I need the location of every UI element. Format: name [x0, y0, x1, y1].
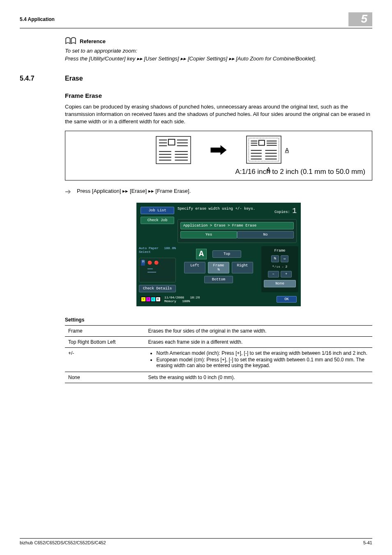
section-body: Copies can be produced by erasing shadow…: [65, 103, 372, 126]
check-details-button[interactable]: Check Details: [139, 285, 176, 292]
zoom-percent: 100.0%: [164, 246, 176, 254]
setting-bullet: European model (cm): Press [+], [-] to s…: [156, 357, 369, 368]
header-rule: [20, 28, 372, 28]
section-title: Erase: [65, 75, 83, 82]
memory-value: 100%: [182, 299, 190, 303]
svg-rect-22: [259, 140, 265, 145]
header-section: 5.4 Application: [20, 16, 55, 22]
check-job-button[interactable]: Check Job: [141, 217, 174, 224]
table-row: Top Right Bottom Left Erases each frame …: [65, 336, 372, 347]
preview-letter-icon: A: [196, 249, 207, 259]
page-footer: bizhub C652/C652DS/C552/C552DS/C452 5-41: [20, 538, 372, 545]
reference-line1: To set to an appropriate zoom:: [65, 48, 372, 54]
plus-button[interactable]: +: [281, 271, 292, 278]
setting-label: None: [65, 372, 145, 383]
toner-levels-icon: Y M C K: [141, 296, 161, 302]
diagram-box: A A A:1/16 inch to 2 inch (0.1 mm to 50.…: [65, 131, 372, 180]
toner-c: C: [151, 297, 155, 301]
svg-marker-16: [211, 145, 227, 155]
side-frame-label: Frame: [264, 249, 296, 253]
table-row: +/- North American model (inch): Press […: [65, 347, 372, 372]
memory-label: Memory: [164, 299, 176, 303]
doc-before-icon: [155, 136, 192, 164]
tab-no[interactable]: No: [237, 231, 294, 238]
diagram-caption: A:1/16 inch to 2 inch (0.1 mm to 50.0 mm…: [69, 168, 368, 176]
hint-text: Specify erase width using +/- keys.: [178, 207, 255, 215]
job-list-button[interactable]: Job List: [141, 207, 174, 214]
copies-label: Copies:: [274, 210, 290, 214]
reference-label: Reference: [80, 38, 106, 44]
arrow-right-icon: ➔: [65, 188, 71, 195]
table-row: None Sets the erasing width to 0 inch (0…: [65, 372, 372, 383]
frame-button-label: Frame: [213, 264, 224, 268]
setting-label: +/-: [65, 347, 145, 372]
arrow-right-icon: [208, 144, 229, 156]
none-button[interactable]: None: [264, 280, 296, 287]
setting-desc: North American model (inch): Press [+], …: [145, 347, 372, 372]
footer-page: 5-41: [363, 540, 372, 545]
status-date: 11/04/2008: [164, 296, 184, 299]
toner-m: M: [146, 297, 150, 301]
dim-marker-bottom: A: [267, 166, 270, 173]
setting-desc: Sets the erasing width to 0 inch (0 mm).: [145, 372, 372, 383]
auto-paper-label: Auto Paper Select: [139, 246, 164, 254]
setting-label: Top Right Bottom Left: [65, 336, 145, 347]
dim-marker-right: A: [285, 147, 289, 153]
book-icon: [65, 37, 76, 46]
range-max: 2: [286, 265, 288, 268]
frac-value: ⅜: [271, 255, 279, 262]
svg-rect-0: [156, 136, 191, 164]
ok-button[interactable]: OK: [277, 296, 297, 303]
left-button[interactable]: Left: [184, 262, 205, 273]
setting-desc: Erases the four sides of the original in…: [145, 325, 372, 336]
section-heading: 5.4.7 Erase: [20, 75, 372, 82]
status-time: 10:26: [190, 296, 200, 299]
copies-value: 1: [292, 207, 297, 215]
reference-block: Reference To set to an appropriate zoom:…: [65, 37, 372, 62]
right-button[interactable]: Right: [232, 262, 253, 273]
settings-heading: Settings: [65, 317, 372, 323]
setting-bullet: North American model (inch): Press [+], …: [156, 350, 369, 356]
footer-model: bizhub C652/C652DS/C552/C552DS/C452: [20, 540, 106, 545]
table-row: Frame Erases the four sides of the origi…: [65, 325, 372, 336]
minus-button[interactable]: –: [268, 271, 279, 278]
setting-label: Frame: [65, 325, 145, 336]
settings-table: Frame Erases the four sides of the origi…: [65, 325, 372, 383]
toner-k: K: [156, 297, 160, 301]
svg-rect-18: [249, 138, 279, 161]
instruction-text: Press [Application] ▸▸ [Erase] ▸▸ [Frame…: [77, 188, 191, 194]
page-header: 5.4 Application 5: [20, 12, 372, 26]
swap-button[interactable]: ⇔: [281, 255, 288, 262]
range-min: ¹⁄₁₆: [272, 265, 280, 268]
toner-y: Y: [141, 297, 145, 301]
subsection-title: Frame Erase: [65, 92, 372, 99]
bottom-button[interactable]: Bottom: [204, 276, 233, 283]
frame-button-value: ⅜: [217, 268, 219, 272]
frame-button[interactable]: Frame ⅜: [208, 262, 229, 273]
top-button[interactable]: Top: [212, 250, 241, 258]
touchpanel-screenshot: Job List Check Job Specify erase width u…: [136, 203, 301, 306]
tab-yes[interactable]: Yes: [180, 231, 237, 238]
reference-line2: Press the [Utility/Counter] key ▸▸ [User…: [65, 56, 372, 62]
range-dash: -: [282, 265, 284, 268]
breadcrumb: Application > Erase > Frame Erase: [180, 222, 294, 229]
svg-rect-4: [168, 139, 175, 145]
doc-after-icon: [245, 135, 282, 164]
section-number: 5.4.7: [20, 75, 65, 82]
instruction-row: ➔ Press [Application] ▸▸ [Erase] ▸▸ [Fra…: [65, 188, 372, 195]
chapter-number: 5: [348, 12, 372, 26]
setting-desc: Erases each frame side in a different wi…: [145, 336, 372, 347]
